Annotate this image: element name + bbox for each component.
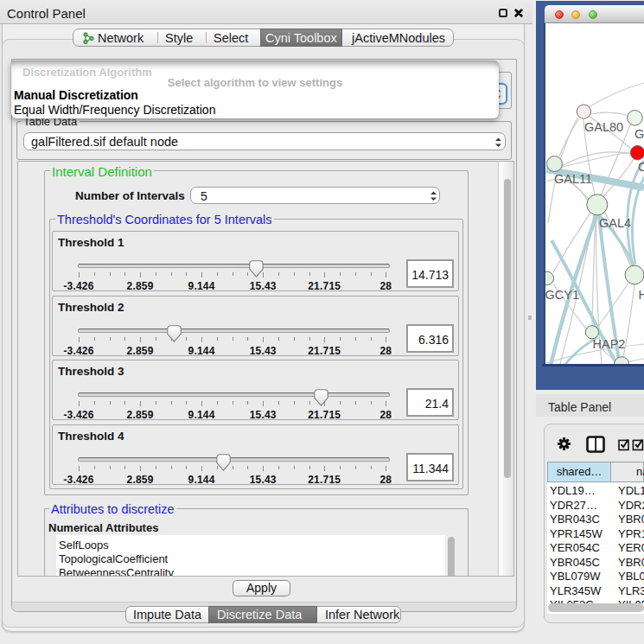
svg-text:GAL2: GAL2 [634,127,644,141]
svg-text:GAL11: GAL11 [554,172,592,186]
svg-text:GCY1: GCY1 [545,288,579,302]
svg-text:GAL4: GAL4 [599,216,631,230]
svg-text:HIS: HIS [639,288,644,302]
svg-text:CDC1: CDC1 [638,160,644,174]
svg-text:GAL80: GAL80 [584,120,623,134]
svg-text:HAP2: HAP2 [593,337,626,351]
